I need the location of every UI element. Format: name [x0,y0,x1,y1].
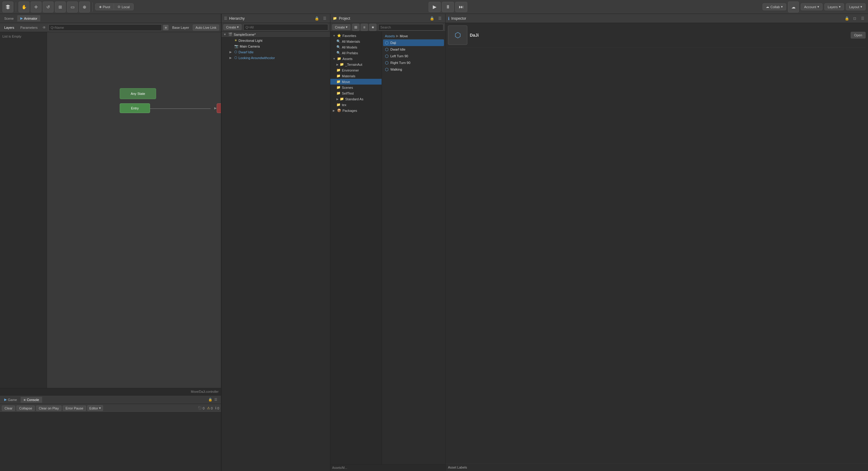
project-tree-packages[interactable]: ▶ 📦 Packages [330,107,381,113]
rotate-tool-btn[interactable]: ↺ [43,1,54,12]
hierarchy-row-directional-light[interactable]: ☀ Directional Light [221,38,330,43]
clear-btn[interactable]: Clear [2,406,15,411]
project-tree-all-models[interactable]: 🔍 All Models [330,44,381,50]
project-tree-all-prefabs[interactable]: 🔍 All Prefabs [330,50,381,56]
animator-status-bar: Move/DaJi.controller [0,388,221,395]
project-tree-tex[interactable]: 📁 tex [330,102,381,107]
project-tree-terrain[interactable]: ▶ 📁 _TerrainAut [330,62,381,67]
terrain-arrow: ▶ [336,63,339,66]
local-btn[interactable]: ⊙ Local [114,4,133,10]
account-btn[interactable]: Account ▾ [801,3,823,10]
layout-label: Layout [849,5,859,9]
project-file-left-turn-90[interactable]: ⬡ Left Turn 90 [383,53,444,59]
animator-canvas[interactable]: Any State Entry Exit [47,32,221,388]
standard-assets-arrow: ▶ [336,98,339,101]
collapse-btn[interactable]: Collapse [17,406,35,411]
rect-tool-btn[interactable]: ▭ [67,1,78,12]
inspector-open-btn[interactable]: Open [851,32,866,38]
bottom-tab-icons: 🔒 ☰ [208,398,220,402]
hierarchy-search-input[interactable] [243,24,328,31]
tex-label: tex [342,103,346,107]
animator-name-input[interactable] [49,24,162,31]
project-icon-view-btn[interactable]: ⊞ [352,24,360,31]
layout-btn[interactable]: Layout ▾ [846,3,866,10]
anim-node-exit[interactable]: Exit [217,103,221,113]
transform-tool-btn[interactable]: ⊕ [79,1,90,12]
project-create-dropdown-icon: ▾ [346,25,348,29]
play-btn[interactable]: ▶ [429,2,441,12]
walking-file-name: Walking [390,68,402,71]
project-create-btn[interactable]: Create ▾ [332,24,350,30]
project-panel: 📁 Project 🔒 ☰ Create ▾ ⊞ ≡ ★ ▼ [330,14,445,471]
cloud-btn[interactable]: ☁ [788,1,799,12]
hierarchy-row-looking-around[interactable]: ▶ ⬡ Looking Aroundwithcolor [221,55,330,61]
project-list-view-btn[interactable]: ≡ [361,24,368,31]
project-tree-materials[interactable]: 📁 Materials [330,73,381,79]
move-tool-btn[interactable]: ✛ [31,1,41,12]
anim-node-entry[interactable]: Entry [120,103,150,113]
project-tree-selftest[interactable]: 📁 SelfTest [330,90,381,96]
pause-btn[interactable]: ⏸ [442,2,454,12]
unity-logo-btn[interactable] [2,1,13,12]
step-btn[interactable]: ⏭ [455,2,467,12]
selftest-icon: 📁 [336,91,341,95]
animator-canvas-content: Any State Entry Exit [47,32,221,388]
hierarchy-create-btn[interactable]: Create ▾ [223,24,242,30]
inspector-asset-thumb: ⬡ [448,26,467,45]
terrain-icon: 📁 [340,62,344,66]
project-star-btn[interactable]: ★ [369,24,376,31]
info-icon: ℹ [215,406,216,410]
layers-btn[interactable]: Layers ▾ [824,3,844,10]
animator-add-btn[interactable]: + [163,25,168,30]
hierarchy-menu-btn[interactable]: ☰ [321,15,328,22]
project-file-right-turn-90[interactable]: ⬡ Right Turn 90 [383,59,444,66]
bottom-panel-tabs: ▶ Game ≡ Console 🔒 ☰ [0,396,221,404]
hierarchy-row-dwarf-idle[interactable]: ▶ ⬡ Dwarf Idle [221,49,330,55]
anim-node-any-state[interactable]: Any State [120,88,156,99]
console-tab[interactable]: ≡ Console [21,397,42,403]
project-file-walking[interactable]: ⬡ Walking [383,66,444,73]
project-lock-btn[interactable]: 🔒 [429,15,435,22]
collapse-label: Collapse [19,406,32,410]
project-menu-btn[interactable]: ☰ [437,15,443,22]
scale-tool-btn[interactable]: ⊞ [55,1,66,12]
project-bottom-bar-text: Assets/M... [332,466,347,470]
breadcrumb-assets[interactable]: Assets [385,34,395,38]
hand-tool-btn[interactable]: ✋ [19,1,29,12]
project-tree-environment[interactable]: 📁 Environmer [330,67,381,73]
project-tree-scenes[interactable]: 📁 Scenes [330,85,381,90]
standard-assets-label: Standard As [345,97,363,101]
hierarchy-row-main-camera[interactable]: 📷 Main Camera [221,43,330,49]
project-file-dwarf-idle[interactable]: ⬡ Dwarf Idle [383,46,444,53]
console-content[interactable] [0,412,221,471]
project-tree-assets[interactable]: ▼ 📁 Assets [330,56,381,62]
editor-dropdown[interactable]: Editor ▾ [87,405,103,411]
project-tree-favorites[interactable]: ▼ ⭐ Favorites [330,33,381,38]
animator-eye-btn[interactable]: 👁 [41,25,47,31]
project-tree-move[interactable]: 📁 Move [330,79,381,85]
project-file-daji[interactable]: ⬡ Daji [383,39,444,46]
project-tree-all-materials[interactable]: 🔍 All Materials [330,38,381,44]
pivot-btn[interactable]: ◈ Pivot [95,4,114,10]
animator-layers-tab[interactable]: Layers [2,25,17,30]
project-search-input[interactable] [378,24,443,31]
animator-tab-label: Animator [24,17,37,20]
collab-btn[interactable]: ☁ Collab ▾ [763,3,786,10]
warning-icon: ⚠ [207,406,210,410]
inspector-maximize-btn[interactable]: ⊡ [851,15,858,22]
inspector-menu-btn[interactable]: ☰ [860,15,866,22]
all-prefabs-label: All Prefabs [342,51,358,55]
inspector-lock-btn[interactable]: 🔒 [844,15,850,22]
animator-tab[interactable]: ▶ Animator [17,15,40,22]
animator-parameters-tab[interactable]: Parameters [18,25,40,30]
game-tab[interactable]: ▶ Game [1,397,20,403]
project-files: Assets ▶ Move ⬡ Daji ⬡ Dwarf Idle ⬡ Lef [382,32,445,464]
hierarchy-lock-btn[interactable]: 🔒 [314,15,320,22]
clear-on-play-btn[interactable]: Clear on Play [36,406,62,411]
auto-live-link-btn[interactable]: Auto Live Link [193,25,219,31]
scene-tab[interactable]: Scene [1,15,17,22]
project-tree-standard-assets[interactable]: ▶ 📁 Standard As [330,96,381,102]
hierarchy-item-main-camera: Main Camera [240,44,260,48]
hierarchy-scene-row[interactable]: ▼ 🎬 SampleScene* [221,32,330,38]
error-pause-btn[interactable]: Error Pause [63,406,86,411]
